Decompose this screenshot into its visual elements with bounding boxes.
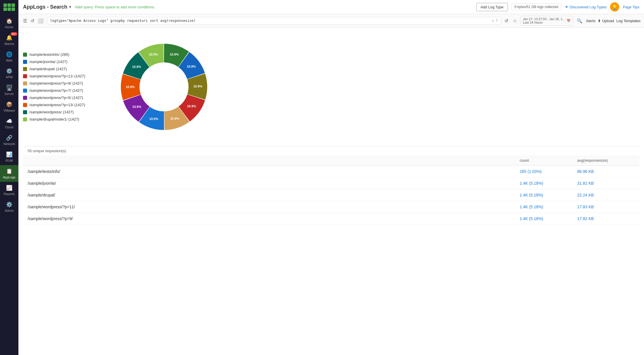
count-cell: 285 (1.03%) bbox=[520, 169, 577, 174]
applogs-icon: 📋 bbox=[6, 168, 12, 174]
query-input-box[interactable]: logtype="Apache Access Logs" groupby req… bbox=[47, 17, 501, 24]
results-table: 55 unique requesturi(s) count avg(respon… bbox=[23, 146, 639, 225]
path-cell: /sample/drupal/ bbox=[28, 193, 520, 197]
legend-item-2: /sample/drupal/ (1427) bbox=[23, 67, 104, 71]
sidebar-item-server[interactable]: 🖥️ Server bbox=[0, 82, 18, 98]
date-range-text: Jan 27, 13:27:03 - Jan 28, 1... bbox=[523, 17, 565, 21]
sidebar-item-apm[interactable]: ⚙️ APM bbox=[0, 65, 18, 82]
sidebar-item-alarms-wrap: 🔔 Alarms 99+ bbox=[0, 32, 18, 48]
eye-icon: 👁 bbox=[565, 5, 569, 9]
home-icon: 🏠 bbox=[6, 18, 12, 24]
top-header: AppLogs - Search ▾ Valid query. Press sp… bbox=[18, 0, 644, 14]
cloud-icon: ☁️ bbox=[6, 118, 12, 124]
dropdown-icon[interactable]: ▾ bbox=[69, 5, 71, 9]
donut-chart: 10.9%10.9%10.9%10.9%10.9%10.9%10.9%10.9%… bbox=[115, 38, 213, 136]
size-cell: 86.96 KB bbox=[577, 169, 635, 174]
legend-color-6 bbox=[23, 96, 27, 100]
legend-item-9: /sample/drupal/node/1/ (1427) bbox=[23, 117, 104, 121]
clear-query-icon[interactable]: ✕ bbox=[492, 19, 494, 23]
legend-label-6: /sample/wordpress/?p=5/ (1427) bbox=[29, 96, 83, 100]
donut-label-9: 10.9% bbox=[149, 53, 158, 56]
valid-query-text: Valid query. Press space to add more con… bbox=[75, 5, 155, 9]
legend-color-0 bbox=[23, 53, 27, 57]
col-size: avg(responsesize) bbox=[577, 158, 635, 163]
table-header: count avg(responsesize) bbox=[23, 155, 639, 166]
star-icon[interactable]: ☆ bbox=[512, 18, 518, 24]
tips-button[interactable]: 💡 bbox=[610, 2, 619, 12]
sidebar-item-label: Cloud bbox=[5, 125, 14, 129]
legend-color-2 bbox=[23, 67, 27, 71]
donut-label-8: 10.9% bbox=[132, 65, 141, 68]
sidebar-item-reports[interactable]: 📈 Reports bbox=[0, 182, 18, 199]
count-cell: 1.4K (5.18%) bbox=[520, 205, 577, 209]
legend-label-2: /sample/drupal/ (1427) bbox=[29, 67, 67, 71]
svg-rect-5 bbox=[12, 7, 15, 11]
sidebar-item-cloud[interactable]: ☁️ Cloud bbox=[0, 115, 18, 132]
sidebar-item-admin[interactable]: ⚙️ Admin bbox=[0, 199, 18, 215]
sidebar-item-rum[interactable]: 📊 RUM bbox=[0, 148, 18, 165]
logo bbox=[0, 0, 18, 15]
sidebar-item-vmware[interactable]: 📦 VMware bbox=[0, 98, 18, 115]
legend-item-7: /sample/wordpress/?p=13/ (1427) bbox=[23, 103, 104, 107]
reports-icon: 📈 bbox=[6, 185, 12, 191]
svg-rect-3 bbox=[3, 7, 7, 11]
log-templates-link[interactable]: Log Templates bbox=[616, 19, 641, 23]
table-row[interactable]: /sample/wordpress/?p=9/ 1.4K (5.18%) 17.… bbox=[23, 213, 639, 225]
copy-icon[interactable]: ⬜ bbox=[37, 18, 45, 24]
sidebar-item-applogs[interactable]: 📋 AppLogs bbox=[0, 165, 18, 182]
table-row[interactable]: /sample/tests/info/ 285 (1.03%) 86.96 KB bbox=[23, 166, 639, 178]
toolbar-icons: ☰ ↺ ⬜ bbox=[22, 18, 45, 24]
upload-button[interactable]: ⬆ Upload bbox=[598, 19, 614, 23]
search-icon[interactable]: 🔍 bbox=[576, 18, 584, 24]
alerts-link[interactable]: Alerts bbox=[586, 19, 595, 23]
sidebar-item-label: Reports bbox=[4, 192, 15, 196]
sidebar-item-label: Server bbox=[5, 92, 14, 96]
list-icon[interactable]: ☰ bbox=[22, 18, 28, 24]
table-row[interactable]: /sample/wordpress/?p=11/ 1.4K (5.18%) 17… bbox=[23, 201, 639, 213]
page-tips-link[interactable]: Page Tips bbox=[623, 5, 639, 9]
sidebar-item-label: AppLogs bbox=[3, 175, 15, 179]
donut-label-1: 10.9% bbox=[187, 65, 196, 68]
sidebar-item-network[interactable]: 🔗 Network bbox=[0, 132, 18, 148]
legend-color-7 bbox=[23, 103, 27, 107]
content-area: /sample/tests/info/ (285) /sample/joomla… bbox=[18, 28, 644, 355]
network-icon: 🔗 bbox=[6, 135, 12, 141]
unique-count-label: 55 unique requesturi(s) bbox=[23, 146, 639, 155]
legend-label-3: /sample/wordpress/?p=11/ (1427) bbox=[29, 74, 85, 78]
date-range-picker[interactable]: Jan 27, 13:27:03 - Jan 28, 1... Last 24 … bbox=[520, 16, 573, 26]
count-cell: 1.4K (5.18%) bbox=[520, 181, 577, 186]
toolbar: ☰ ↺ ⬜ logtype="Apache Access Logs" group… bbox=[18, 14, 644, 28]
page-title: AppLogs - Search ▾ bbox=[23, 4, 71, 10]
legend-color-3 bbox=[23, 74, 27, 78]
sidebar-item-label: Admin bbox=[5, 209, 14, 212]
donut-label-2: 10.9% bbox=[193, 85, 202, 88]
donut-label-7: 10.9% bbox=[126, 85, 135, 89]
date-range-subtext: Last 24 Hours bbox=[523, 21, 565, 24]
sidebar-item-label: APM bbox=[6, 75, 13, 79]
admin-icon: ⚙️ bbox=[6, 201, 12, 208]
sidebar-item-home[interactable]: 🏠 Home bbox=[0, 15, 18, 32]
legend-item-1: /sample/joomla/ (1427) bbox=[23, 60, 104, 64]
chart-section: /sample/tests/info/ (285) /sample/joomla… bbox=[23, 32, 639, 142]
refresh-icon[interactable]: ↺ bbox=[29, 18, 35, 24]
log-stats-label: 0 bytes/51 GB logs collected bbox=[511, 3, 561, 10]
sidebar-item-label: VMware bbox=[3, 109, 15, 112]
legend-color-4 bbox=[23, 81, 27, 85]
table-row[interactable]: /sample/drupal/ 1.4K (5.18%) 22.24 KB bbox=[23, 189, 639, 201]
discovered-log-types-link[interactable]: 👁 Discovered Log Types bbox=[565, 5, 607, 9]
sidebar-item-web[interactable]: 🌐 Web bbox=[0, 48, 18, 65]
legend-color-5 bbox=[23, 89, 27, 93]
add-log-type-button[interactable]: Add Log Type bbox=[476, 3, 508, 11]
reload-icon[interactable]: ↺ bbox=[503, 18, 509, 24]
web-icon: 🌐 bbox=[6, 51, 12, 58]
table-row[interactable]: /sample/joomla/ 1.4K (5.18%) 31.81 KB bbox=[23, 178, 639, 189]
help-icon[interactable]: ? bbox=[496, 19, 498, 23]
path-cell: /sample/joomla/ bbox=[28, 181, 520, 186]
donut-label-6: 10.9% bbox=[132, 105, 141, 108]
sidebar-item-label: Network bbox=[3, 142, 15, 146]
donut-label-5: 10.9% bbox=[149, 117, 158, 121]
count-cell: 1.4K (5.18%) bbox=[520, 216, 577, 221]
donut-label-0: 10.9% bbox=[170, 53, 179, 56]
svg-rect-4 bbox=[7, 7, 11, 11]
vmware-icon: 📦 bbox=[6, 101, 12, 108]
